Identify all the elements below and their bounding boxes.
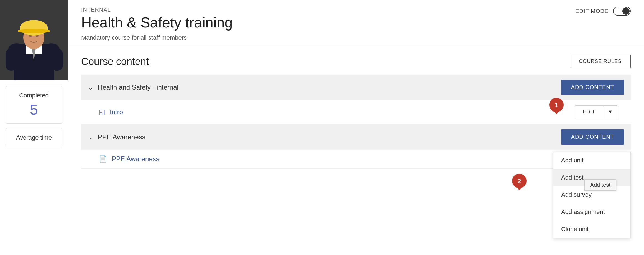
dropdown-add-assignment[interactable]: Add assignment [553,203,630,221]
module-2-name: PPE Awareness [98,133,145,141]
module-2-chevron-icon[interactable]: ⌄ [88,133,93,141]
toggle-knob [622,7,630,15]
section-header-row: Course content COURSE RULES [81,55,631,68]
average-time-stat-card: Average time [6,128,62,147]
module-2-item-ppe: 📄 PPE Awareness [81,150,631,169]
svg-text:2: 2 [518,178,521,185]
callout-2-container: 2 [510,173,529,194]
intro-edit-btn-group: EDIT ▼ [575,105,617,118]
course-title: Health & Safety training [81,14,631,31]
hero-image [0,0,68,80]
course-rules-button[interactable]: COURSE RULES [570,55,631,68]
add-test-tooltip: Add test [584,179,616,191]
ppe-item-left: 📄 PPE Awareness [99,155,159,163]
completed-label: Completed [11,92,57,99]
dropdown-add-unit[interactable]: Add unit [553,152,630,169]
module-1-row: ⌄ Health and Safety - internal ADD CONTE… [81,75,631,100]
ppe-link[interactable]: PPE Awareness [112,155,159,163]
svg-point-10 [18,29,50,33]
completed-value: 5 [11,101,57,118]
module-1-chevron-icon[interactable]: ⌄ [88,84,93,91]
dropdown-menu: Add unit Add test Add survey Add assignm… [553,152,631,238]
course-header: INTERNAL Health & Safety training Mandat… [68,0,644,46]
intro-item-left: ◱ Intro [99,108,123,116]
sidebar: Completed 5 Average time [0,0,68,255]
average-time-label: Average time [11,134,57,141]
module-1-title-row: ⌄ Health and Safety - internal [88,84,178,91]
svg-text:1: 1 [555,102,558,108]
svg-marker-16 [553,110,560,114]
module-1-name: Health and Safety - internal [98,84,178,91]
intro-link[interactable]: Intro [110,108,123,116]
module-2-row: ⌄ PPE Awareness ADD CONTENT [81,124,631,150]
svg-rect-14 [51,49,63,71]
main-content: INTERNAL Health & Safety training Mandat… [68,0,644,255]
svg-marker-19 [516,186,523,190]
internal-badge: INTERNAL [81,7,631,13]
toggle-switch[interactable] [613,7,631,16]
course-content-section: Course content COURSE RULES ⌄ Health and… [68,46,644,255]
sidebar-stats: Completed 5 Average time [0,80,68,255]
module-1-add-content-button[interactable]: ADD CONTENT [561,80,624,95]
edit-mode-label: EDIT MODE [575,8,609,14]
module-1-item-intro: ◱ Intro 1 EDIT ▼ [81,100,631,124]
document-icon: 📄 [99,155,107,163]
completed-stat-card: Completed 5 [6,86,62,124]
intro-edit-dropdown-button[interactable]: ▼ [603,106,617,118]
cube-icon: ◱ [99,108,105,116]
dropdown-clone-unit[interactable]: Clone unit [553,221,630,238]
edit-mode-toggle[interactable]: EDIT MODE [575,7,631,16]
module-2-add-content-button[interactable]: ADD CONTENT [561,129,624,145]
svg-rect-13 [6,49,17,71]
module-2-title-row: ⌄ PPE Awareness [88,133,145,141]
callout-1-container: 1 [547,97,566,118]
page-wrapper: Completed 5 Average time INTERNAL Health… [0,0,644,255]
intro-edit-button[interactable]: EDIT [575,106,603,118]
course-description: Mandatory course for all staff members [81,34,631,41]
section-title: Course content [81,56,149,67]
